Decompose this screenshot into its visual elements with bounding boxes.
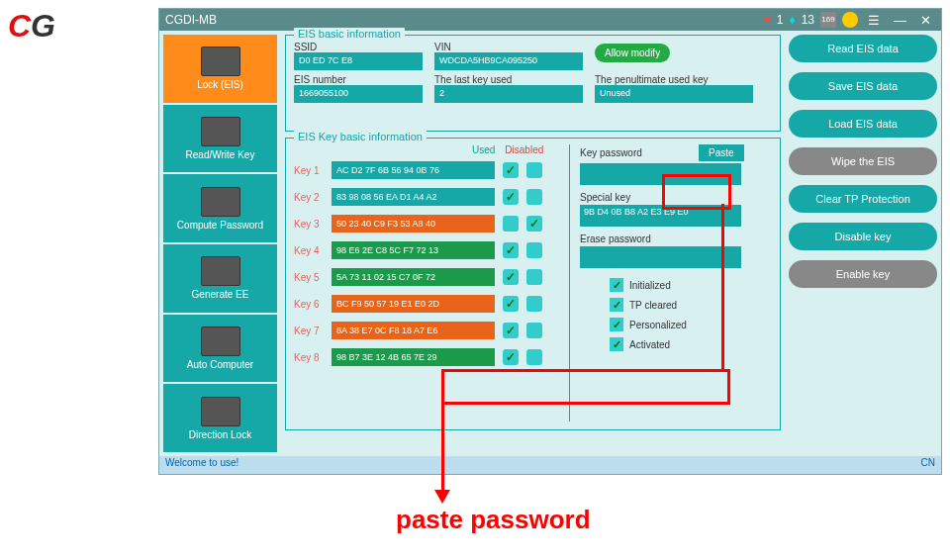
eis-key-info: EIS Key basic information UsedDisabled K… [285,138,781,430]
legend: EIS Key basic information [294,131,427,142]
used-checkbox[interactable] [503,189,519,205]
key-label: Key 7 [294,326,332,336]
used-checkbox[interactable] [503,269,519,285]
key-row: Key 78A 38 E7 0C F8 18 A7 E6 [294,320,561,341]
status-item: TP cleared [610,298,772,312]
read-eis-button[interactable]: Read EIS data [789,35,937,62]
status-label: Initialized [629,280,671,291]
used-checkbox[interactable] [503,216,519,232]
used-checkbox[interactable] [503,349,519,365]
enable-key-button[interactable]: Enable key [789,260,937,288]
used-checkbox[interactable] [503,242,519,258]
status-label: TP cleared [629,300,677,311]
sidebar-item-auto-computer[interactable]: Auto Computer [163,315,277,383]
status-checkbox[interactable] [610,318,623,331]
legend: EIS basic information [294,28,405,40]
special-value: 9B D4 0B B8 A2 E3 E9 E0 [580,205,741,227]
sidebar-label: Generate EE [192,289,249,300]
disabled-header: Disabled [505,144,543,155]
disabled-checkbox[interactable] [526,216,542,232]
sidebar-item-direction-lock[interactable]: Direction Lock [163,384,277,452]
status-checkbox[interactable] [610,278,623,292]
minimize-button[interactable]: — [890,13,910,28]
disable-key-button[interactable]: Disable key [789,223,937,250]
menu-icon[interactable]: ☰ [864,13,884,28]
heart-icon: ♥ [764,13,771,27]
app-window: CGDI-MB ♥1 ♦13 169 ☰ — ✕ Lock (EIS) Read… [158,8,942,475]
vin-label: VIN [434,42,583,52]
ecu-icon [201,327,240,356]
annotation-text: paste password [396,505,591,535]
sidebar-item-generate-ee[interactable]: Generate EE [163,244,277,313]
eisnum-label: EIS number [294,74,423,85]
status-item: Initialized [610,278,772,292]
key-row: Key 1AC D2 7F 6B 56 94 0B 76 [294,159,561,181]
language-indicator[interactable]: CN [921,457,935,473]
penult-label: The penultimate used key [595,74,753,85]
key-value: AC D2 7F 6B 56 94 0B 76 [332,161,495,179]
allow-modify-button[interactable]: Allow modify [595,44,670,62]
used-header: Used [472,144,495,155]
key-label: Key 4 [294,245,332,256]
status-bar: Welcome to use! CN [159,456,941,474]
sidebar-item-read-write-key[interactable]: Read/Write Key [163,105,277,173]
key-label: Key 2 [294,192,332,203]
wipe-eis-button[interactable]: Wipe the EIS [789,147,937,175]
key-value: 50 23 40 C9 F3 53 A8 40 [332,215,495,233]
key-row: Key 350 23 40 C9 F3 53 A8 40 [294,213,561,234]
key-value: 98 B7 3E 12 4B 65 7E 29 [332,348,495,366]
save-eis-button[interactable]: Save EIS data [789,72,937,100]
disabled-checkbox[interactable] [526,162,542,178]
sidebar-label: Read/Write Key [186,149,255,160]
key-row: Key 6BC F9 50 57 19 E1 E0 2D [294,293,561,315]
keypass-value [580,163,741,185]
steering-icon [201,397,240,426]
action-panel: Read EIS data Save EIS data Load EIS dat… [785,31,941,456]
lastkey-value: 2 [434,85,583,103]
ssid-value: D0 ED 7C E8 [294,52,423,70]
annotation-arrow [434,490,450,504]
key-row: Key 498 E6 2E C8 5C F7 72 13 [294,239,561,261]
counter-box: 169 [820,12,836,28]
status-checkbox[interactable] [610,337,623,351]
disabled-checkbox[interactable] [526,323,542,338]
disabled-checkbox[interactable] [526,242,542,258]
used-checkbox[interactable] [503,296,519,312]
status-item: Personalized [610,318,772,331]
keypass-label: Key password [580,147,679,158]
key-value: 5A 73 11 02 15 C7 0F 72 [332,268,495,286]
ssid-label: SSID [294,42,423,52]
key-label: Key 5 [294,272,332,283]
disabled-checkbox[interactable] [526,349,542,365]
used-checkbox[interactable] [503,162,519,178]
cpu-icon [201,187,240,217]
key-label: Key 6 [294,299,332,310]
chip-icon [201,256,240,286]
sidebar-label: Auto Computer [187,359,253,370]
sidebar: Lock (EIS) Read/Write Key Compute Passwo… [159,31,281,456]
sidebar-label: Lock (EIS) [197,79,243,90]
paste-button[interactable]: Paste [699,144,744,161]
key-row: Key 55A 73 11 02 15 C7 0F 72 [294,266,561,288]
used-checkbox[interactable] [503,323,519,338]
penult-value: Unused [595,85,753,103]
status-checkbox[interactable] [610,298,623,312]
key-value: 8A 38 E7 0C F8 18 A7 E6 [332,322,495,339]
vin-value: WDCDA5HB9CA095250 [434,52,583,70]
sidebar-label: Direction Lock [189,429,251,440]
user-icon[interactable] [842,12,858,28]
lastkey-label: The last key used [434,74,583,85]
close-button[interactable]: ✕ [916,13,935,28]
diamond-count: 13 [802,13,814,27]
sidebar-item-compute-password[interactable]: Compute Password [163,174,277,242]
key-value: 83 98 08 56 EA D1 A4 A2 [332,188,495,206]
disabled-checkbox[interactable] [526,269,542,285]
sidebar-item-lock-eis[interactable]: Lock (EIS) [163,35,277,103]
load-eis-button[interactable]: Load EIS data [789,110,937,138]
status-label: Personalized [629,320,687,330]
titlebar: CGDI-MB ♥1 ♦13 169 ☰ — ✕ [159,9,941,31]
key-label: Key 3 [294,219,332,230]
clear-tp-button[interactable]: Clear TP Protection [789,185,937,213]
disabled-checkbox[interactable] [526,296,542,312]
disabled-checkbox[interactable] [526,189,542,205]
